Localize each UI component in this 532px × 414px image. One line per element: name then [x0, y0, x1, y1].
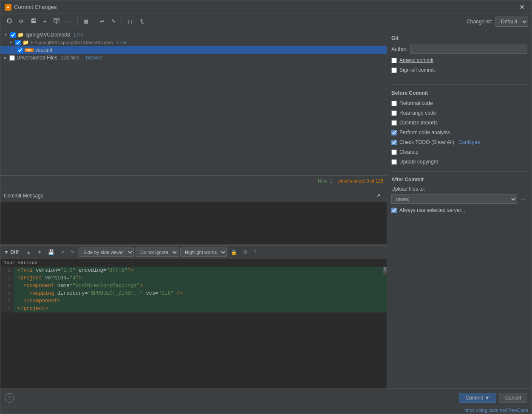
tree-count-idea: 1 file [116, 40, 126, 45]
expand-arrow-unversioned: ▶ [4, 56, 7, 60]
expand-commit-msg-btn[interactable]: ↗ [374, 191, 383, 200]
amend-commit-checkbox[interactable] [391, 58, 397, 63]
signoff-commit-checkbox[interactable] [391, 68, 397, 73]
amend-commit-label[interactable]: Amend commit [399, 57, 433, 63]
main-content: ▼ 📁 springMVCDemo03 1 file ▼ 📁 E:\spring… [0, 29, 532, 389]
toolbar-add-btn[interactable]: + [41, 17, 49, 26]
cleanup-checkbox[interactable] [391, 149, 397, 155]
git-section: Git Author: Amend commit Sign-off commit [391, 34, 527, 76]
rearrange-code-checkbox[interactable] [391, 110, 397, 116]
update-copyright-label[interactable]: Update copyright [399, 159, 438, 165]
tree-checkbox-unversioned[interactable] [9, 55, 15, 61]
reformat-code-label[interactable]: Reformat code [399, 100, 433, 106]
line-num-1: 1 [0, 267, 14, 274]
line-num-4: 4 [0, 290, 14, 297]
cancel-button[interactable]: Cancel [499, 393, 527, 403]
changelist-select[interactable]: Default [495, 17, 528, 27]
diff-next-btn[interactable]: ▼ [35, 248, 44, 256]
cleanup-label[interactable]: Cleanup [399, 149, 419, 155]
tree-checkbox-root[interactable] [10, 32, 16, 38]
configure-link[interactable]: Configure [458, 139, 481, 145]
toolbar-undo-btn[interactable]: ↩ [97, 17, 107, 26]
diff-viewer-select[interactable]: Side-by-side viewer [79, 248, 134, 257]
commit-message-header: Commit Message ↗ [0, 189, 387, 202]
app-icon [5, 4, 11, 11]
upload-settings-btn[interactable]: ··· [519, 195, 527, 203]
scrollbar[interactable] [383, 267, 387, 274]
file-tree[interactable]: ▼ 📁 springMVCDemo03 1 file ▼ 📁 E:\spring… [0, 29, 387, 175]
before-commit-section: Before Commit Reformat code Rearrange co… [391, 88, 527, 168]
toolbar-minus-btn[interactable]: — [64, 17, 74, 26]
toolbar-sort-btn[interactable]: ↑↓ [125, 17, 136, 26]
diff-open-btn[interactable]: ↗ [58, 248, 67, 256]
diff-lock-btn[interactable]: 🔒 [229, 248, 239, 256]
toolbar-grid-btn[interactable]: ▦ [81, 17, 91, 26]
commit-button[interactable]: Commit ▼ [459, 393, 496, 403]
signoff-commit-label[interactable]: Sign-off commit [399, 67, 435, 73]
code-line-6: 6 </project> [0, 305, 387, 313]
status-new: New: 1 [318, 178, 332, 183]
check-todo-label[interactable]: Check TODO (Show All) [399, 139, 454, 145]
toolbar-filter-btn[interactable]: ⇅ [137, 17, 147, 26]
reformat-code-checkbox[interactable] [391, 101, 397, 106]
tree-item-vcsxml[interactable]: XML vcs.xml [0, 46, 387, 54]
check-todo-checkbox[interactable] [391, 140, 397, 145]
line-content-4: <mapping directory="$PROJECT_DIR$/.." vc… [14, 290, 387, 297]
optimize-imports-checkbox[interactable] [391, 120, 397, 126]
tree-item-idea[interactable]: ▼ 📁 E:\springMVC\springMVCDemo03\.idea 1… [0, 39, 387, 46]
commit-message-textarea[interactable] [0, 202, 387, 244]
always-use-label[interactable]: Always use selected server... [399, 207, 465, 213]
line-content-2: <project version="4"> [14, 274, 387, 282]
always-use-checkbox[interactable] [391, 208, 397, 213]
toolbar-upload-btn[interactable] [51, 17, 62, 26]
diff-ignore-select[interactable]: Do not ignore [136, 248, 178, 257]
divider-1 [391, 84, 527, 85]
close-button[interactable]: ✕ [517, 2, 527, 12]
diff-save-btn[interactable]: 💾 [46, 248, 57, 256]
signoff-commit-row: Sign-off commit [391, 66, 527, 74]
diff-section: ▼ Diff ▲ ▼ 💾 ↗ ✎ Side-by-side viewer Do … [0, 245, 387, 389]
tree-text-vcsxml: vcs.xml [35, 47, 52, 53]
tree-checkbox-vcsxml[interactable] [17, 48, 23, 53]
svg-point-1 [7, 6, 9, 8]
code-analysis-row: Perform code analysis [391, 129, 527, 136]
diff-settings-btn[interactable]: ⚙ [241, 248, 250, 256]
code-line-2: 2 <project version="4"> [0, 274, 387, 282]
update-copyright-checkbox[interactable] [391, 159, 397, 165]
tree-item-root[interactable]: ▼ 📁 springMVCDemo03 1 file [0, 31, 387, 39]
toolbar-save-btn[interactable] [28, 17, 39, 26]
author-label: Author: [391, 46, 408, 52]
upload-select[interactable]: (none) [391, 194, 517, 204]
diff-edit-btn[interactable]: ✎ [68, 248, 77, 256]
bottom-right: Commit ▼ Cancel [459, 393, 527, 403]
optimize-imports-label[interactable]: Optimize imports [399, 120, 438, 126]
line-num-3: 3 [0, 282, 14, 290]
toolbar-refresh-btn[interactable] [4, 17, 15, 26]
tree-checkbox-idea[interactable] [15, 40, 21, 45]
toolbar-edit-btn[interactable]: ✎ [109, 17, 119, 26]
browse-link[interactable]: browse [86, 55, 102, 61]
update-copyright-row: Update copyright [391, 158, 527, 166]
toolbar-sync-btn[interactable]: ⟳ [17, 17, 26, 26]
code-analysis-checkbox[interactable] [391, 130, 397, 135]
file-status-bar: New: 1 Unversioned: 0 of 128 [0, 175, 387, 186]
resize-handle-top[interactable]: · · · · · [0, 186, 387, 189]
tree-item-unversioned[interactable]: ▶ Unversioned Files 128 files browse [0, 54, 387, 62]
line-content-1: <?xml version="1.0" encoding="UTF-8"?> [14, 267, 383, 274]
diff-prev-btn[interactable]: ▲ [24, 248, 33, 256]
commit-changes-dialog: Commit Changes ✕ ⟳ + [0, 0, 532, 414]
diff-toolbar: ▲ ▼ 💾 ↗ ✎ Side-by-side viewer Do not ign… [24, 248, 258, 257]
rearrange-code-row: Rearrange code [391, 109, 527, 117]
author-input[interactable] [410, 45, 527, 54]
commit-dropdown-arrow[interactable]: ▼ [485, 395, 490, 401]
help-button[interactable]: ? [5, 393, 14, 403]
diff-help-btn[interactable]: ? [252, 248, 259, 256]
git-section-title: Git [391, 35, 527, 41]
cleanup-row: Cleanup [391, 148, 527, 156]
changelist-area: Changelist: Default [467, 17, 528, 27]
code-line-3: 3 <component name="VcsDirectoryMappings"… [0, 282, 387, 290]
code-analysis-label[interactable]: Perform code analysis [399, 130, 450, 135]
rearrange-code-label[interactable]: Rearrange code [399, 110, 436, 116]
optimize-imports-row: Optimize imports [391, 119, 527, 127]
diff-highlight-select[interactable]: Highlight words [180, 248, 227, 257]
